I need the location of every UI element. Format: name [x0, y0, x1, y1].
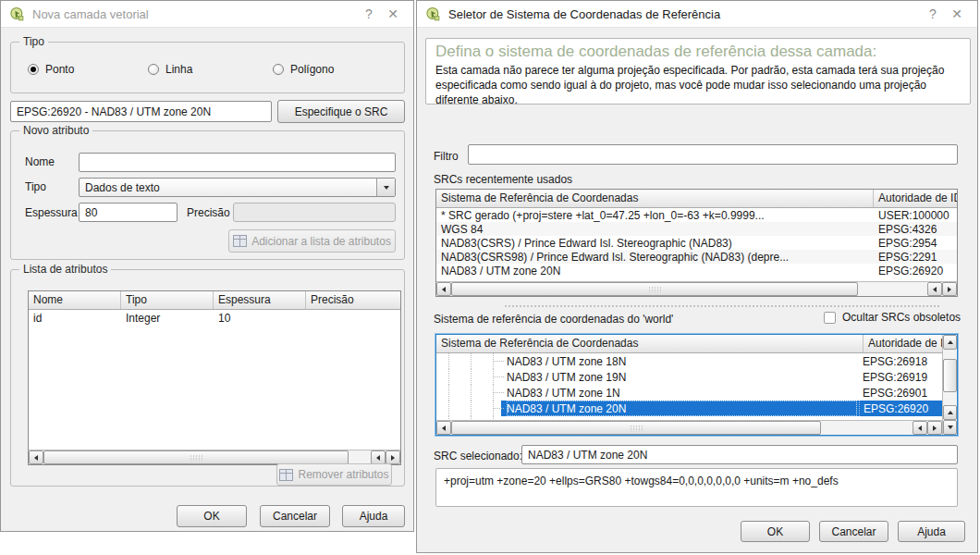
- up-arrow-icon: [948, 340, 953, 344]
- radio-point-circle-icon: [28, 64, 39, 75]
- world-table-hscrollbar[interactable]: [436, 420, 942, 435]
- right-arrow-icon: [933, 426, 937, 431]
- attr-name-input[interactable]: [79, 153, 396, 172]
- col-header-width[interactable]: Espessura: [214, 291, 306, 309]
- hscroll-thumb[interactable]: [43, 450, 349, 464]
- world-col-authority[interactable]: Autoridade de ID: [864, 335, 942, 352]
- recent-table-header[interactable]: Sistema de Referência de Coordenadas Aut…: [436, 190, 957, 208]
- world-table-header[interactable]: Sistema de Referência de Coordenadas Aut…: [436, 335, 942, 353]
- hscroll-thumb[interactable]: [451, 421, 821, 435]
- combo-dropdown-button[interactable]: [376, 179, 395, 196]
- col-header-type[interactable]: Tipo: [121, 291, 214, 309]
- world-row-selected[interactable]: NAD83 / UTM zone 20N EPSG:26920: [436, 401, 942, 416]
- hscroll-thumb[interactable]: [451, 282, 858, 296]
- radio-line[interactable]: Linha: [148, 63, 192, 76]
- add-attribute-icon: [233, 235, 247, 247]
- new-attribute-group-label: Novo atributo: [19, 124, 92, 137]
- world-row[interactable]: NAD83 / UTM zone 1N EPSG:26901: [436, 385, 942, 401]
- right-help-bottom-button[interactable]: Ajuda: [898, 521, 965, 542]
- left-help-button[interactable]: ?: [357, 1, 381, 28]
- col-header-name[interactable]: Nome: [29, 291, 121, 309]
- world-table-body: NAD83 / UTM zone 18N EPSG:26918 NAD83 / …: [436, 353, 942, 420]
- world-crs-table[interactable]: Sistema de Referência de Coordenadas Aut…: [435, 334, 958, 436]
- world-row[interactable]: NAD83 / UTM zone 19N EPSG:26919: [436, 369, 942, 385]
- scroll-up-button[interactable]: [943, 335, 957, 350]
- world-cell-crs: NAD83 / UTM zone 20N: [507, 401, 857, 416]
- hscroll-track[interactable]: [858, 282, 927, 296]
- crs-display-field[interactable]: EPSG:26920 - NAD83 / UTM zone 20N: [10, 101, 272, 122]
- scroll-down-button[interactable]: [943, 420, 957, 435]
- attribute-table-header[interactable]: Nome Tipo Espessura Precisão: [29, 291, 400, 310]
- recent-table-hscrollbar[interactable]: [436, 281, 957, 296]
- radio-polygon[interactable]: Polígono: [273, 63, 334, 76]
- new-vector-layer-dialog: Nova camada vetorial ? ✕ Tipo Ponto Linh…: [0, 0, 414, 532]
- hide-deprecated-checkbox[interactable]: Ocultar SRCs obsoletos: [824, 311, 961, 324]
- vscroll-track[interactable]: [943, 392, 957, 405]
- col-header-precision[interactable]: Precisão: [306, 291, 400, 309]
- scroll-left-button[interactable]: [436, 282, 451, 296]
- attr-width-input[interactable]: 80: [79, 203, 178, 222]
- attribute-table-hscrollbar[interactable]: [29, 450, 400, 464]
- recent-col-authority[interactable]: Autoridade de ID: [874, 190, 957, 207]
- right-ok-label: OK: [767, 525, 783, 538]
- scroll-left-button2[interactable]: [371, 450, 386, 464]
- selected-crs-field[interactable]: NAD83 / UTM zone 20N: [521, 445, 958, 464]
- recent-crs-table[interactable]: Sistema de Referência de Coordenadas Aut…: [435, 189, 958, 297]
- scroll-up-button2[interactable]: [943, 405, 957, 420]
- scroll-right-button[interactable]: [386, 450, 400, 464]
- hscroll-track[interactable]: [349, 450, 371, 464]
- left-titlebar[interactable]: Nova camada vetorial ? ✕: [1, 1, 413, 28]
- table-row[interactable]: id Integer 10: [29, 310, 400, 327]
- world-col-crs[interactable]: Sistema de Referência de Coordenadas: [436, 335, 864, 352]
- recent-cell-id: EPSG:4326: [874, 223, 957, 236]
- hscroll-track[interactable]: [821, 421, 913, 435]
- scroll-left-button[interactable]: [29, 450, 43, 464]
- world-cell-crs: NAD83 / UTM zone 21N: [507, 416, 857, 420]
- scroll-left-button[interactable]: [436, 421, 451, 435]
- recent-row[interactable]: NAD83(CSRS98) / Prince Edward Isl. Stere…: [436, 250, 957, 264]
- recent-cell-crs: * SRC gerado (+proj=stere +lat_0=47.25 +…: [436, 209, 874, 222]
- recent-row[interactable]: * SRC gerado (+proj=stere +lat_0=47.25 +…: [436, 208, 957, 222]
- right-ok-button[interactable]: OK: [741, 521, 810, 542]
- cell-width: 10: [214, 312, 306, 325]
- left-arrow-icon: [933, 287, 937, 292]
- specify-crs-button[interactable]: Especifique o SRC: [277, 100, 405, 123]
- add-attribute-button-label: Adicionar a lista de atributos: [251, 235, 391, 248]
- scroll-left-button2[interactable]: [927, 282, 942, 296]
- right-cancel-button[interactable]: Cancelar: [819, 521, 888, 542]
- radio-line-circle-icon: [148, 64, 159, 75]
- world-table-vscrollbar[interactable]: [942, 335, 957, 435]
- filter-label: Filtro: [434, 150, 459, 163]
- proj4-string-value: +proj=utm +zone=20 +ellps=GRS80 +towgs84…: [444, 475, 839, 487]
- recent-row[interactable]: NAD83(CSRS) / Prince Edward Isl. Stereog…: [436, 236, 957, 250]
- scroll-right-button[interactable]: [927, 421, 942, 435]
- filter-input[interactable]: [468, 144, 958, 165]
- radio-point[interactable]: Ponto: [28, 63, 74, 76]
- scroll-right-button[interactable]: [942, 282, 957, 296]
- right-titlebar[interactable]: Seletor de Sistema de Coordenadas de Ref…: [417, 1, 977, 28]
- recent-row[interactable]: WGS 84 EPSG:4326: [436, 222, 957, 236]
- attribute-table[interactable]: Nome Tipo Espessura Precisão id Integer …: [28, 290, 401, 465]
- left-close-button[interactable]: ✕: [381, 1, 405, 28]
- left-help-bottom-button[interactable]: Ajuda: [342, 505, 405, 527]
- left-cancel-button[interactable]: Cancelar: [260, 505, 330, 527]
- qgis-logo-icon: [425, 6, 441, 22]
- right-arrow-icon: [948, 287, 951, 292]
- crs-info-panel: Defina o sistema de coordenadas de refer…: [425, 38, 971, 105]
- recent-col-crs[interactable]: Sistema de Referência de Coordenadas: [436, 190, 874, 207]
- recent-cell-id: EPSG:26920: [874, 265, 957, 278]
- pane-splitter-handle[interactable]: [505, 305, 939, 307]
- radio-polygon-label: Polígono: [290, 63, 334, 76]
- right-help-label: Ajuda: [917, 525, 946, 538]
- world-row[interactable]: NAD83 / UTM zone 18N EPSG:26918: [436, 353, 942, 369]
- attr-type-combobox[interactable]: Dados de texto: [79, 178, 396, 197]
- world-cell-id: EPSG:26901: [859, 385, 942, 401]
- world-row[interactable]: NAD83 / UTM zone 21N EPSG:26921: [436, 416, 942, 420]
- recent-row[interactable]: NAD83 / UTM zone 20N EPSG:26920: [436, 264, 957, 278]
- right-close-button[interactable]: ✕: [945, 1, 969, 28]
- left-ok-button[interactable]: OK: [177, 505, 247, 527]
- scroll-left-button2[interactable]: [913, 421, 927, 435]
- crs-info-body: Esta camada não parece ter alguma projeç…: [435, 63, 961, 108]
- vscroll-thumb[interactable]: [943, 359, 957, 392]
- right-help-button[interactable]: ?: [921, 1, 945, 28]
